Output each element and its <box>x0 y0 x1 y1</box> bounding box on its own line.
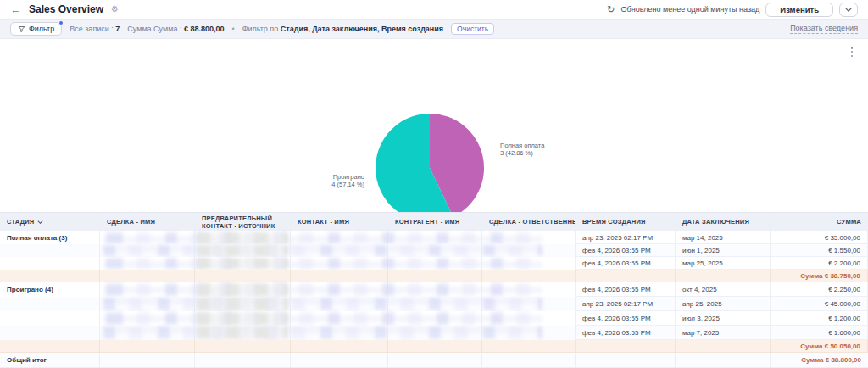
created-cell: фев 4, 2026 03:55 PM <box>576 257 676 270</box>
close-date-cell: окт 4, 2025 <box>676 282 771 297</box>
table-row[interactable]: фев 4, 2026 03:55 PM июн 1, 2025 € 1.550… <box>0 244 868 257</box>
pie-label-paid: Полная оплата 3 (42.86 %) <box>500 142 544 157</box>
created-cell: фев 4, 2026 03:55 PM <box>576 326 676 340</box>
table-row[interactable]: фев 4, 2026 03:55 PM мар 7, 2025 € 1.600… <box>0 326 868 340</box>
filtered-by-fields: Стадия, Дата заключения, Время создания <box>281 25 443 33</box>
back-icon[interactable]: ← <box>10 4 21 15</box>
column-header-deal-name[interactable]: СДЕЛКА - ИМЯ <box>100 213 195 231</box>
records-count: 7 <box>115 25 120 33</box>
filter-button[interactable]: Фильтр <box>10 22 62 36</box>
table-row[interactable]: Проиграно (4) фев 4, 2026 03:55 PM окт 4… <box>0 282 868 297</box>
records-label: Все записи : <box>70 25 114 33</box>
created-cell: апр 23, 2025 02:17 PM <box>576 231 676 244</box>
column-header-sum[interactable]: СУММА <box>771 213 868 231</box>
sum-value: € 88.800,00 <box>184 25 225 33</box>
created-cell: апр 23, 2025 02:17 PM <box>576 297 676 311</box>
kebab-menu-icon[interactable] <box>849 45 855 59</box>
column-header-deal-owner[interactable]: СДЕЛКА - ОТВЕТСТВЕННЫЙ <box>482 213 576 231</box>
amount-cell: € 1.200,00 <box>771 311 868 326</box>
created-cell: фев 4, 2026 03:55 PM <box>576 282 676 297</box>
separator-dot: • <box>231 25 234 33</box>
amount-cell: € 45.000,00 <box>771 297 868 311</box>
created-cell: фев 4, 2026 03:55 PM <box>576 244 676 257</box>
stage-cell: Проиграно (4) <box>0 282 100 297</box>
group-subtotal-sum: Сумма € 50.050,00 <box>771 340 868 353</box>
funnel-icon <box>18 25 25 33</box>
close-date-cell: июл 3, 2025 <box>676 311 771 326</box>
clear-filter-button[interactable]: Очистить <box>451 23 494 35</box>
filter-button-label: Фильтр <box>29 25 54 33</box>
gear-icon[interactable]: ⚙ <box>111 5 119 14</box>
filter-active-badge <box>58 20 64 26</box>
created-cell: фев 4, 2026 03:55 PM <box>576 311 676 326</box>
column-header-company-name[interactable]: КОНТРАГЕНТ - ИМЯ <box>388 213 482 231</box>
show-details-link[interactable]: Показать сведения <box>790 24 858 34</box>
chevron-down-icon <box>845 8 852 12</box>
table-row[interactable]: апр 23, 2025 02:17 PM апр 25, 2025 € 45.… <box>0 297 868 311</box>
grand-total-label: Общий итог <box>7 356 47 364</box>
column-header-precontact-source[interactable]: ПРЕДВАРИТЕЛЬНЫЙ КОНТАКТ - ИСТОЧНИК <box>195 213 291 231</box>
amount-cell: € 2.250,00 <box>771 282 868 297</box>
sort-caret-icon <box>37 220 43 224</box>
top-bar: ← Sales Overview ⚙ ↻ Обновлено менее одн… <box>0 0 868 19</box>
grand-total-sum: Сумма € 88.800,00 <box>771 353 868 368</box>
amount-cell: € 1.600,00 <box>771 326 868 340</box>
filtered-by-label: Фильтр по <box>242 25 279 33</box>
edit-button[interactable]: Изменить <box>765 3 833 17</box>
group-subtotal-row: Сумма € 50.050,00 <box>0 340 868 353</box>
column-header-contact-name[interactable]: КОНТАКТ - ИМЯ <box>291 213 388 231</box>
page-title: Sales Overview <box>29 3 103 15</box>
column-header-stage[interactable]: СТАДИЯ <box>0 213 100 231</box>
amount-cell: € 2.200,00 <box>771 257 868 270</box>
group-subtotal-row: Сумма € 38.750,00 <box>0 270 868 282</box>
close-date-cell: мар 14, 2025 <box>676 231 771 244</box>
stage-cell: Полная оплата (3) <box>0 231 100 244</box>
filter-bar: Фильтр Все записи : 7 Сумма Сумма : € 88… <box>0 19 868 39</box>
close-date-cell: июн 1, 2025 <box>676 244 771 257</box>
updated-status: Обновлено менее одной минуты назад <box>621 5 760 14</box>
column-header-created[interactable]: ВРЕМЯ СОЗДАНИЯ <box>576 213 676 231</box>
table-row[interactable]: Полная оплата (3) апр 23, 2025 02:17 PM … <box>0 231 868 244</box>
table-row[interactable]: фев 4, 2026 03:55 PM июл 3, 2025 € 1.200… <box>0 311 868 326</box>
pie-label-lost: Проиграно 4 (57.14 %) <box>315 173 364 188</box>
amount-cell: € 35.000,00 <box>771 231 868 244</box>
close-date-cell: мар 7, 2025 <box>676 326 771 340</box>
chart-card: Полная оплата 3 (42.86 %) Проиграно 4 (5… <box>0 39 868 212</box>
grand-total-row: Общий итог Сумма € 88.800,00 <box>0 353 868 368</box>
group-subtotal-sum: Сумма € 38.750,00 <box>771 270 868 282</box>
edit-dropdown-button[interactable] <box>839 3 858 17</box>
column-header-close-date[interactable]: ДАТА ЗАКЛЮЧЕНИЯ <box>676 213 771 231</box>
amount-cell: € 1.550,00 <box>771 244 868 257</box>
table-header-row: СТАДИЯ СДЕЛКА - ИМЯ ПРЕДВАРИТЕЛЬНЫЙ КОНТ… <box>0 212 868 231</box>
refresh-icon[interactable]: ↻ <box>607 5 615 14</box>
report-table: СТАДИЯ СДЕЛКА - ИМЯ ПРЕДВАРИТЕЛЬНЫЙ КОНТ… <box>0 212 868 368</box>
table-row[interactable]: фев 4, 2026 03:55 PM мар 25, 2025 € 2.20… <box>0 257 868 270</box>
close-date-cell: мар 25, 2025 <box>676 257 771 270</box>
sum-label: Сумма Сумма : <box>127 25 181 33</box>
close-date-cell: апр 25, 2025 <box>676 297 771 311</box>
